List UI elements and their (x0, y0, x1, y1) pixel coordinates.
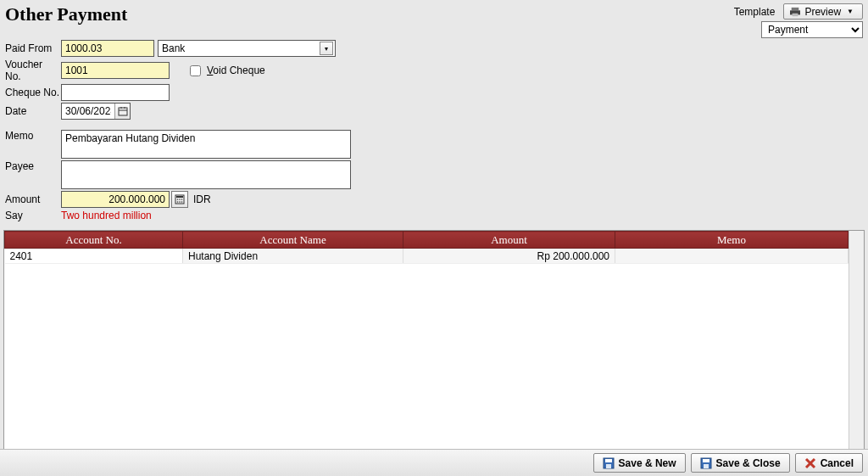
memo-label: Memo (5, 130, 61, 142)
svg-point-9 (177, 199, 179, 200)
date-input[interactable] (62, 104, 114, 119)
save-close-button[interactable]: Save & Close (691, 453, 790, 473)
cheque-label: Cheque No. (5, 87, 61, 98)
svg-point-14 (181, 201, 183, 203)
chevron-down-icon: ▾ (320, 42, 333, 55)
svg-rect-8 (176, 196, 183, 198)
say-label: Say (5, 210, 61, 221)
svg-rect-3 (119, 108, 127, 115)
amount-input[interactable] (61, 191, 170, 208)
grid-scrollbar[interactable] (849, 231, 864, 456)
svg-rect-17 (606, 464, 611, 468)
template-select[interactable]: Payment (761, 21, 863, 38)
paid-from-label: Paid From (5, 42, 61, 54)
cheque-input[interactable] (61, 84, 170, 101)
svg-point-12 (177, 201, 179, 203)
paid-from-code-input[interactable] (61, 40, 154, 57)
svg-rect-2 (793, 13, 798, 15)
voucher-input[interactable] (61, 62, 170, 79)
chevron-down-icon: ▼ (847, 8, 854, 15)
save-new-label: Save & New (619, 457, 676, 469)
svg-rect-19 (703, 459, 709, 462)
col-account-no[interactable]: Account No. (5, 232, 183, 249)
date-picker-button[interactable] (114, 104, 130, 119)
cell-account-name[interactable]: Hutang Dividen (183, 249, 403, 264)
svg-rect-0 (792, 7, 799, 9)
currency-label: IDR (193, 193, 211, 205)
calculator-icon (175, 194, 185, 204)
save-close-label: Save & Close (716, 457, 781, 469)
bank-select-value: Bank (162, 42, 185, 54)
grid-header-row: Account No. Account Name Amount Memo (5, 232, 849, 249)
preview-label: Preview (804, 6, 841, 18)
voucher-label: Voucher No. (5, 59, 61, 82)
payee-input[interactable] (61, 160, 351, 189)
svg-point-11 (181, 199, 183, 200)
svg-rect-16 (605, 459, 612, 462)
cell-memo[interactable] (615, 249, 849, 264)
cell-amount[interactable]: Rp 200.000.000 (403, 249, 615, 264)
cancel-icon (804, 457, 816, 469)
page-title: Other Payment (5, 3, 127, 25)
detail-grid[interactable]: Account No. Account Name Amount Memo 240… (3, 230, 865, 457)
cancel-button[interactable]: Cancel (795, 453, 863, 473)
void-cheque-checkbox[interactable] (190, 65, 201, 76)
save-new-button[interactable]: Save & New (593, 453, 686, 473)
cancel-label: Cancel (821, 457, 854, 469)
bank-select[interactable]: Bank ▾ (158, 40, 336, 57)
calculator-button[interactable] (171, 191, 188, 208)
col-account-name[interactable]: Account Name (183, 232, 403, 249)
cell-account-no[interactable]: 2401 (5, 249, 183, 264)
payee-label: Payee (5, 160, 61, 172)
save-icon (700, 457, 712, 469)
amount-label: Amount (5, 193, 61, 205)
svg-point-13 (179, 201, 181, 203)
col-memo[interactable]: Memo (615, 232, 849, 249)
void-cheque-label: Void Cheque (207, 64, 265, 76)
table-row[interactable]: 2401 Hutang Dividen Rp 200.000.000 (5, 249, 849, 264)
svg-rect-20 (704, 464, 709, 468)
date-label: Date (5, 105, 61, 117)
svg-point-10 (179, 199, 181, 200)
save-icon (603, 457, 615, 469)
col-amount[interactable]: Amount (403, 232, 615, 249)
printer-icon (789, 7, 801, 17)
memo-input[interactable] (61, 130, 351, 159)
say-value: Two hundred million (61, 210, 152, 221)
calendar-icon (118, 106, 128, 116)
template-label: Template (734, 6, 776, 18)
preview-button[interactable]: Preview ▼ (783, 3, 863, 20)
